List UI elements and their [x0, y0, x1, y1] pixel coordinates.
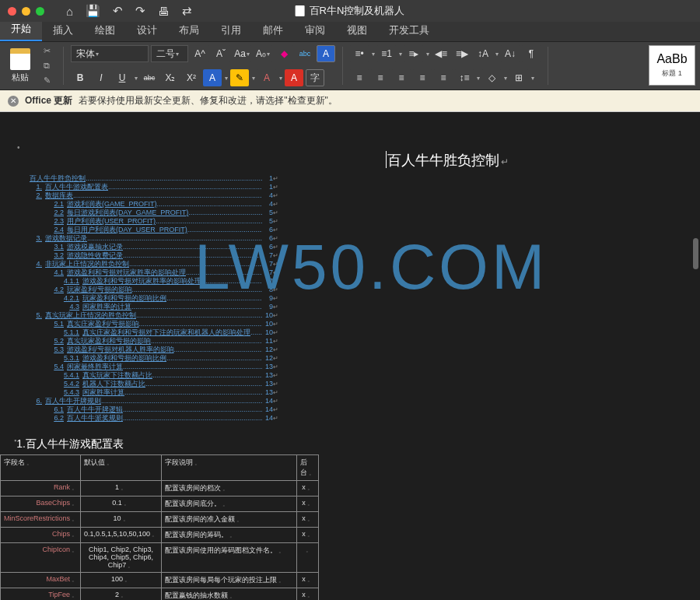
toc-entry[interactable]: 1.百人牛牛游戏配置表.............................…	[14, 183, 278, 191]
char-shading-button[interactable]: A	[285, 69, 303, 86]
font-group: 宋体▾ 二号▾ A^ Aˇ Aa▾ A₀▾ ◆ abc A B I U▾ abc…	[71, 45, 335, 86]
toc-entry[interactable]: 4.1.1游戏盈利和亏损对玩家胜率的影响处理..................…	[14, 277, 278, 286]
justify-button[interactable]: ≡	[413, 69, 432, 86]
highlight-button[interactable]: ✎	[230, 69, 249, 86]
font-family-select[interactable]: 宋体▾	[71, 45, 149, 62]
toc-entry[interactable]: 5.2真实玩家盈利和亏损的影响.........................…	[14, 337, 278, 346]
toc-entry[interactable]: 5.4闲家最终胜率计算.............................…	[14, 363, 278, 371]
bold-button[interactable]: B	[71, 69, 89, 86]
superscript-button[interactable]: X²	[182, 69, 201, 86]
toc-entry[interactable]: 4.2玩家盈利/亏损的影响...........................…	[14, 286, 278, 294]
toc-entry[interactable]: 6.2百人牛牛派奖规则.............................…	[14, 414, 278, 423]
tab-审阅[interactable]: 审阅	[294, 19, 336, 41]
minimize-window-button[interactable]	[22, 7, 30, 16]
clear-format-icon[interactable]: ◆	[275, 45, 293, 62]
change-case-button[interactable]: Aa▾	[233, 45, 251, 62]
numbering-button[interactable]: ≡1	[377, 45, 396, 62]
toc-entry[interactable]: 4.3闲家胜率的计算..............................…	[14, 303, 278, 311]
style-preview-heading1[interactable]: AaBb 标题 1	[649, 45, 695, 86]
document-canvas[interactable]: • 百人牛牛胜负控制↵ 百人牛牛胜负控制....................…	[0, 114, 700, 600]
cut-icon[interactable]: ✂	[44, 46, 56, 57]
toc-entry[interactable]: 5.1真实庄家盈利/亏损影响..........................…	[14, 320, 278, 328]
tab-开发工具[interactable]: 开发工具	[378, 19, 440, 41]
table-header: 字段名。	[1, 455, 81, 481]
table-row: TipFee。2。配置赢钱的抽水数额。x。	[1, 588, 319, 601]
increase-indent-button[interactable]: ≡▶	[453, 45, 471, 62]
toc-entry[interactable]: 6.1百人牛牛开牌逻辑.............................…	[14, 405, 278, 414]
char-border-button[interactable]: A	[317, 45, 335, 62]
tab-绘图[interactable]: 绘图	[84, 19, 126, 41]
toc-entry[interactable]: 5.4.3闲家胜率计算.............................…	[14, 388, 278, 397]
font-color-2-button[interactable]: A	[257, 69, 276, 86]
toc-entry[interactable]: 3.游戏数据记录................................…	[14, 234, 278, 243]
subscript-button[interactable]: X₂	[161, 69, 180, 86]
toc-entry[interactable]: 5.3游戏盈利/亏损对机器人胜率的影响.....................…	[14, 346, 278, 354]
line-spacing-button[interactable]: ↕≡	[455, 69, 474, 86]
toc-entry[interactable]: 2.1游戏利润表(GAME_PROFIT)...................…	[14, 200, 278, 209]
toc-entry[interactable]: 5.4.2机器人下注数额占比..........................…	[14, 380, 278, 388]
toc-entry[interactable]: 3.1游戏税赢抽水记录.............................…	[14, 243, 278, 251]
tab-布局[interactable]: 布局	[168, 19, 210, 41]
redo-icon[interactable]: ↷	[135, 4, 145, 18]
toc-entry[interactable]: 5.1.1真实庄家盈利和亏损对下注的玩家和机器人的影响处理...........…	[14, 328, 278, 337]
table-row: MaxBet。100。配置该房间每局每个玩家的投注上限。x。	[1, 573, 319, 588]
align-center-button[interactable]: ≡	[371, 69, 390, 86]
tab-插入[interactable]: 插入	[42, 19, 84, 41]
enclose-char-button[interactable]: 字	[306, 69, 324, 86]
decrease-indent-button[interactable]: ◀≡	[432, 45, 450, 62]
tab-设计[interactable]: 设计	[126, 19, 168, 41]
save-icon[interactable]: 💾	[86, 4, 100, 18]
tab-视图[interactable]: 视图	[336, 19, 378, 41]
align-left-button[interactable]: ≡	[350, 69, 369, 86]
paragraph-group: ≡•▾ ≡1▾ ≡▸▾ ◀≡ ≡▶ ↕A▾ A↓ ¶ ≡ ≡ ≡ ≡ ≡ ↕≡▾…	[350, 45, 541, 86]
shrink-font-button[interactable]: Aˇ	[212, 45, 230, 62]
italic-button[interactable]: I	[92, 69, 110, 86]
align-right-button[interactable]: ≡	[392, 69, 411, 86]
toc-entry[interactable]: 4.2.1玩家盈利和亏损的影响比例.......................…	[14, 294, 278, 303]
tab-引用[interactable]: 引用	[210, 19, 252, 41]
toc-entry[interactable]: 4.非玩家上庄情况的胜负控制..........................…	[14, 260, 278, 268]
toc-entry[interactable]: 2.2每日游戏利润表(DAY_GAME_PROFIT).............…	[14, 209, 278, 217]
strikethrough-button[interactable]: abc	[140, 69, 159, 86]
sort-button[interactable]: A↓	[501, 45, 520, 62]
print-icon[interactable]: 🖶	[158, 5, 170, 18]
grow-font-button[interactable]: A^	[191, 45, 209, 62]
vertical-scrollbar-thumb[interactable]	[693, 238, 698, 269]
shading-button[interactable]: ◇	[482, 69, 501, 86]
borders-button[interactable]: ⊞	[509, 69, 528, 86]
overflow-icon[interactable]: ⇄	[182, 4, 192, 18]
bullets-button[interactable]: ≡•	[350, 45, 369, 62]
home-icon[interactable]: ⌂	[66, 5, 73, 18]
toc-entry[interactable]: 4.1游戏盈利和亏损对玩家胜率的影响处理....................…	[14, 268, 278, 277]
table-row: ChipIcon。Chip1, Chip2, Chip3, Chip4, Chi…	[1, 543, 319, 573]
toc-entry[interactable]: 2.4每日用户利润表(DAY_USER_PROFIT).............…	[14, 226, 278, 234]
toc-entry[interactable]: 2.3用户利润表(USER_PROFIT)...................…	[14, 217, 278, 226]
underline-button[interactable]: U	[113, 69, 131, 86]
font-size-select[interactable]: 二号▾	[151, 45, 188, 62]
toc-entry[interactable]: 5.3.1游戏盈利和亏损的影响比例.......................…	[14, 354, 278, 363]
undo-icon[interactable]: ↶	[113, 4, 123, 18]
close-notice-icon[interactable]: ✕	[8, 96, 19, 107]
document-title: 百R牛N控制及机器人	[296, 4, 405, 18]
format-painter-icon[interactable]: ✎	[44, 75, 56, 86]
toc-entry[interactable]: 2.数据库表..................................…	[14, 191, 278, 200]
tab-邮件[interactable]: 邮件	[252, 19, 294, 41]
multilevel-list-button[interactable]: ≡▸	[404, 45, 423, 62]
show-marks-button[interactable]: ¶	[522, 45, 541, 62]
toc-entry[interactable]: 6.百人牛牛开牌规则..............................…	[14, 397, 278, 405]
toc-entry[interactable]: 5.真实玩家上庄情况的胜负控制.........................…	[14, 311, 278, 320]
abc-check-icon[interactable]: abc	[296, 45, 314, 62]
text-direction-button[interactable]: ↕A	[474, 45, 492, 62]
phonetic-button[interactable]: A₀▾	[254, 45, 272, 62]
toc-entry[interactable]: 百人牛牛胜负控制................................…	[14, 174, 278, 183]
bullet-mark: •	[17, 143, 20, 152]
font-color-button[interactable]: A	[203, 69, 222, 86]
maximize-window-button[interactable]	[36, 7, 44, 16]
paste-button[interactable]: 粘贴	[5, 45, 36, 86]
clipboard-icon	[10, 48, 30, 70]
distribute-button[interactable]: ≡	[434, 69, 453, 86]
toc-entry[interactable]: 3.2游戏隐性收费记录.............................…	[14, 251, 278, 260]
toc-entry[interactable]: 5.4.1真实玩家下注数额占比.........................…	[14, 371, 278, 380]
close-window-button[interactable]	[8, 7, 16, 16]
copy-icon[interactable]: ⧉	[44, 61, 56, 72]
